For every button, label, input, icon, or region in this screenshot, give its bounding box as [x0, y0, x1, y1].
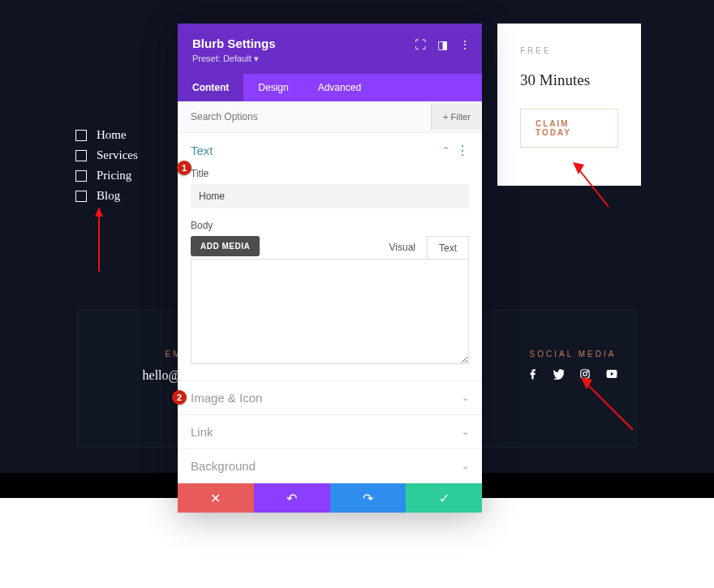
editor-tab-text[interactable]: Text: [427, 236, 469, 260]
chevron-down-icon: ▾: [254, 54, 259, 63]
body-field-label: Body: [191, 220, 469, 231]
svg-point-1: [583, 372, 587, 376]
annotation-badge-2: 2: [172, 390, 187, 405]
body-textarea[interactable]: [191, 259, 469, 364]
add-media-button[interactable]: ADD MEDIA: [191, 236, 260, 256]
instagram-icon[interactable]: [579, 368, 591, 383]
dock-icon[interactable]: ◨: [437, 38, 448, 51]
checkbox-icon: [75, 191, 87, 202]
svg-point-2: [587, 371, 588, 371]
check-icon: ✓: [439, 491, 449, 506]
chevron-up-icon: ⌃: [442, 145, 449, 156]
search-input[interactable]: [191, 101, 431, 132]
panel-title: Background: [191, 459, 256, 473]
editor-tab-visual[interactable]: Visual: [378, 236, 427, 260]
nav-list: Home Services Pricing Blog: [75, 128, 138, 209]
panel-link-header[interactable]: Link ⌄: [178, 415, 482, 449]
redo-icon: ↷: [363, 491, 373, 506]
search-row: + Filter: [178, 101, 482, 133]
cancel-button[interactable]: ✕: [178, 483, 254, 513]
undo-icon: ↶: [286, 491, 297, 506]
nav-item-blog[interactable]: Blog: [75, 189, 138, 203]
claim-today-button[interactable]: CLAIM TODAY: [520, 109, 618, 148]
panel-title: Image & Icon: [191, 391, 262, 405]
panel-link: Link ⌄: [178, 415, 482, 449]
title-field-label: Title: [191, 168, 469, 179]
nav-item-services[interactable]: Services: [75, 148, 138, 162]
nav-label: Services: [97, 148, 138, 162]
youtube-icon[interactable]: [605, 368, 618, 383]
checkbox-icon: [75, 130, 87, 141]
chevron-down-icon: ⌄: [462, 427, 469, 437]
promo-card: FREE 30 Minutes CLAIM TODAY: [497, 24, 641, 186]
footer-social-column: SOCIAL MEDIA: [520, 350, 626, 383]
facebook-icon[interactable]: [527, 368, 539, 383]
panel-title: Text: [191, 144, 213, 157]
nav-label: Pricing: [97, 169, 131, 182]
expand-icon[interactable]: ⛶: [415, 38, 426, 51]
annotation-badge-1: 1: [177, 161, 191, 175]
close-icon: ✕: [210, 491, 221, 506]
preset-dropdown[interactable]: Preset: Default ▾: [192, 54, 467, 64]
panel-text-header[interactable]: Text ⌃⋮: [178, 133, 482, 168]
more-icon[interactable]: ⋮: [456, 143, 469, 158]
panel-title: Link: [191, 425, 213, 439]
nav-item-pricing[interactable]: Pricing: [75, 169, 138, 182]
panel-text: Text ⌃⋮ Title Body ADD MEDIA Visual Text: [178, 133, 482, 381]
chevron-down-icon: ⌄: [462, 461, 469, 471]
footer-heading: SOCIAL MEDIA: [520, 350, 626, 358]
promo-title: 30 Minutes: [520, 71, 618, 89]
panel-image-icon: Image & Icon ⌄: [178, 381, 482, 415]
nav-label: Home: [97, 128, 127, 142]
checkbox-icon: [75, 150, 87, 161]
save-button[interactable]: ✓: [406, 483, 482, 513]
tab-design[interactable]: Design: [243, 74, 303, 101]
title-input[interactable]: [191, 184, 469, 208]
modal-footer: ✕ ↶ ↷ ✓: [178, 483, 482, 513]
undo-button[interactable]: ↶: [254, 483, 330, 513]
panel-background: Background ⌄: [178, 449, 482, 483]
checkbox-icon: [75, 170, 87, 182]
tab-content[interactable]: Content: [178, 74, 243, 101]
nav-label: Blog: [97, 189, 120, 203]
filter-button[interactable]: + Filter: [431, 104, 482, 130]
panel-image-icon-header[interactable]: Image & Icon ⌄: [178, 381, 482, 414]
twitter-icon[interactable]: [553, 368, 565, 383]
modal-header[interactable]: Blurb Settings Preset: Default ▾ ⛶ ◨ ⋮: [178, 24, 482, 74]
modal-tabs: Content Design Advanced: [178, 74, 482, 101]
redo-button[interactable]: ↷: [330, 483, 406, 513]
nav-item-home[interactable]: Home: [75, 128, 138, 142]
blurb-settings-modal: Blurb Settings Preset: Default ▾ ⛶ ◨ ⋮ C…: [178, 24, 482, 513]
more-icon[interactable]: ⋮: [459, 38, 471, 51]
tab-advanced[interactable]: Advanced: [303, 74, 376, 101]
promo-label: FREE: [520, 46, 618, 55]
panel-background-header[interactable]: Background ⌄: [178, 449, 482, 483]
chevron-down-icon: ⌄: [462, 393, 469, 403]
